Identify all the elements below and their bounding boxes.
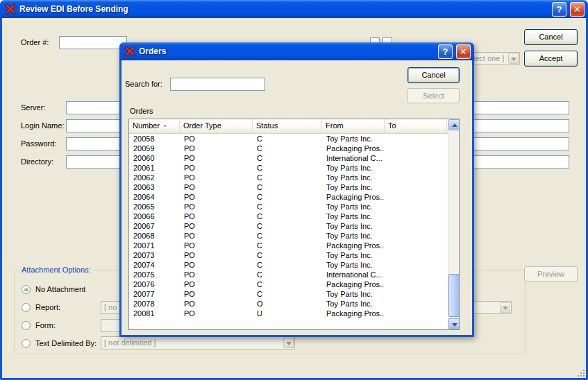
search-for-label: Search for:: [125, 78, 162, 91]
help-icon[interactable]: ?: [438, 44, 453, 59]
dialog-select-button[interactable]: Select: [408, 88, 460, 103]
radio-button-icon[interactable]: [22, 339, 31, 348]
radio-text-delimited[interactable]: Text Delimited By:: [22, 338, 96, 348]
cell-to: [385, 202, 447, 211]
radio-form[interactable]: Form:: [22, 320, 56, 330]
cell-number: 20059: [129, 144, 180, 153]
radio-button-icon[interactable]: [22, 321, 31, 330]
cell-from: Toy Parts Inc.: [322, 173, 385, 182]
column-header-from[interactable]: From: [322, 119, 385, 133]
order-number-input[interactable]: [59, 36, 127, 49]
table-row[interactable]: 20060 PO C International C...: [129, 153, 459, 163]
cell-status: C: [253, 134, 322, 144]
cell-order-type: PO: [180, 173, 253, 182]
dialog-cancel-button[interactable]: Cancel: [408, 67, 460, 83]
table-row[interactable]: 20065 PO C Toy Parts Inc.: [129, 202, 459, 211]
column-header-status[interactable]: Status: [253, 119, 322, 133]
column-header-to[interactable]: To: [385, 119, 447, 133]
cell-number: 20065: [129, 202, 180, 211]
table-row[interactable]: 20075 PO C International C...: [129, 270, 459, 279]
cell-status: C: [253, 202, 322, 211]
table-row[interactable]: 20059 PO C Packaging Pros...: [129, 144, 459, 153]
table-row[interactable]: 20068 PO C Toy Parts Inc.: [129, 231, 459, 241]
orders-dialog-titlebar[interactable]: Orders ? ✕: [119, 42, 474, 60]
table-row[interactable]: 20077 PO C Toy Parts Inc.: [129, 289, 459, 299]
resize-grip-icon[interactable]: [576, 368, 585, 377]
cell-from: Packaging Pros...: [322, 279, 385, 289]
table-row[interactable]: 20078 PO O Toy Parts Inc.: [129, 299, 459, 309]
vertical-scrollbar[interactable]: [448, 119, 459, 329]
table-row[interactable]: 20076 PO C Packaging Pros...: [129, 279, 459, 289]
table-row[interactable]: 20062 PO C Toy Parts Inc.: [129, 173, 459, 182]
cell-to: [385, 279, 447, 289]
cell-number: 20060: [129, 153, 180, 163]
cell-order-type: PO: [180, 211, 253, 221]
cell-from: Toy Parts Inc.: [322, 134, 385, 144]
cell-number: 20061: [129, 163, 180, 173]
cell-from: Toy Parts Inc.: [322, 182, 385, 192]
close-icon[interactable]: ✕: [570, 2, 585, 17]
cell-to: [385, 241, 447, 250]
table-row[interactable]: 20066 PO C Toy Parts Inc.: [129, 211, 459, 221]
cell-number: 20073: [129, 250, 180, 260]
radio-button-icon[interactable]: [22, 285, 31, 294]
text-delimited-combo[interactable]: [ not delimited ]: [101, 336, 295, 349]
table-row[interactable]: 20067 PO C Toy Parts Inc.: [129, 221, 459, 231]
cell-from: Toy Parts Inc.: [322, 202, 385, 211]
main-titlebar[interactable]: Review EDI Before Sending ? ✕: [0, 0, 588, 18]
cell-order-type: PO: [180, 231, 253, 241]
cell-from: Packaging Pros...: [322, 144, 385, 153]
cell-order-type: PO: [180, 202, 253, 211]
search-input[interactable]: [170, 78, 265, 91]
accept-button[interactable]: Accept: [524, 51, 578, 67]
table-row[interactable]: 20074 PO C Toy Parts Inc.: [129, 260, 459, 270]
cell-order-type: PO: [180, 241, 253, 250]
radio-report[interactable]: Report:: [22, 302, 60, 312]
help-icon[interactable]: ?: [552, 2, 566, 17]
cell-order-type: PO: [180, 279, 253, 289]
radio-no-attachment[interactable]: No Attachment: [22, 284, 85, 294]
table-row[interactable]: 20071 PO C Packaging Pros...: [129, 241, 459, 250]
column-header-order-type[interactable]: Order Type: [180, 119, 253, 133]
cell-to: [385, 231, 447, 241]
table-row[interactable]: 20061 PO C Toy Parts Inc.: [129, 163, 459, 173]
cancel-button[interactable]: Cancel: [524, 29, 578, 45]
table-row[interactable]: 20063 PO C Toy Parts Inc.: [129, 182, 459, 192]
table-row[interactable]: 20073 PO C Toy Parts Inc.: [129, 250, 459, 260]
sort-ascending-icon: ▲: [160, 123, 167, 128]
app-icon: [124, 46, 135, 57]
cell-status: C: [253, 279, 322, 289]
cell-from: Packaging Pros...: [322, 241, 385, 250]
chevron-down-icon: [500, 302, 510, 313]
cell-number: 20067: [129, 221, 180, 231]
cell-order-type: PO: [180, 192, 253, 202]
cell-to: [385, 309, 447, 318]
cell-status: C: [253, 260, 322, 270]
scroll-down-icon[interactable]: [448, 318, 460, 329]
cell-status: C: [253, 163, 322, 173]
server-label: Server:: [21, 101, 45, 114]
table-row[interactable]: 20058 PO C Toy Parts Inc.: [129, 134, 459, 144]
table-row[interactable]: 20081 PO U Packaging Pros...: [129, 309, 459, 318]
column-header-number[interactable]: Number▲: [129, 119, 180, 133]
window-title: Review EDI Before Sending: [19, 4, 128, 14]
cell-from: Toy Parts Inc.: [322, 163, 385, 173]
cell-order-type: PO: [180, 221, 253, 231]
cell-to: [385, 173, 447, 182]
cell-order-type: PO: [180, 289, 253, 299]
orders-table-rows: 20058 PO C Toy Parts Inc. 20059 PO C Pac…: [129, 134, 459, 318]
close-icon[interactable]: ✕: [456, 44, 471, 59]
preview-button[interactable]: Preview: [524, 266, 578, 282]
chevron-down-icon: [283, 338, 294, 348]
scroll-up-icon[interactable]: [448, 119, 460, 130]
orders-dialog-title: Orders: [139, 46, 166, 56]
table-row[interactable]: 20064 PO C Packaging Pros...: [129, 192, 459, 202]
cell-to: [385, 250, 447, 260]
orders-dialog: Orders ? ✕ Search for: Cancel Select Ord…: [119, 42, 474, 337]
scrollbar-thumb[interactable]: [448, 274, 460, 317]
cell-to: [385, 144, 447, 153]
cell-status: C: [253, 153, 322, 163]
radio-button-icon[interactable]: [22, 303, 31, 312]
cell-number: 20077: [129, 289, 180, 299]
cell-to: [385, 163, 447, 173]
